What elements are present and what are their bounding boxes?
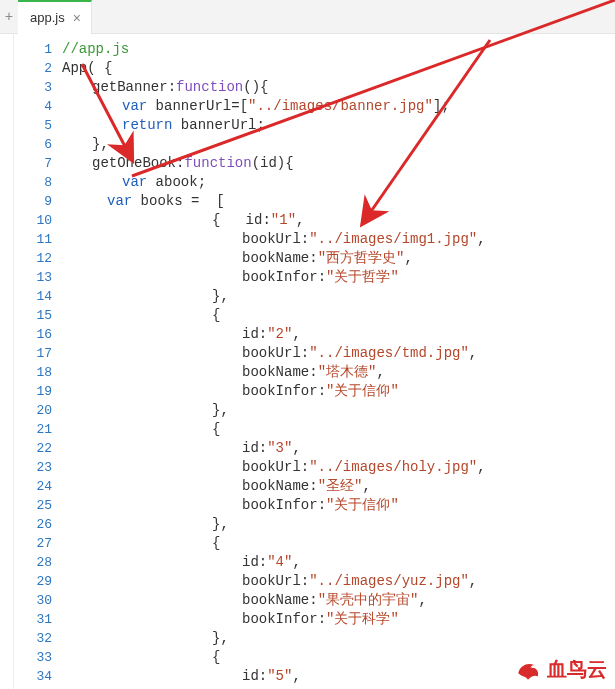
code-token: "1" [271, 212, 296, 228]
code-token: bookInfor [242, 383, 318, 399]
code-token: (){ [243, 79, 268, 95]
code-line[interactable]: bookUrl:"../images/yuz.jpg", [62, 572, 615, 591]
code-line[interactable]: bookInfor:"关于信仰" [62, 496, 615, 515]
code-line[interactable]: bookName:"果壳中的宇宙", [62, 591, 615, 610]
code-token: : [318, 497, 326, 513]
line-number: 11 [14, 230, 52, 249]
code-line[interactable]: var books = [ [62, 192, 615, 211]
code-line[interactable]: { [62, 306, 615, 325]
line-number: 34 [14, 667, 52, 686]
line-number: 12 [14, 249, 52, 268]
code-token: "关于信仰" [326, 497, 399, 513]
close-icon[interactable]: × [73, 10, 81, 26]
code-token: "../images/tmd.jpg" [309, 345, 469, 361]
code-line[interactable]: App( { [62, 59, 615, 78]
line-number: 26 [14, 515, 52, 534]
tab-app-js[interactable]: app.js × [18, 0, 92, 34]
code-line[interactable]: //app.js [62, 40, 615, 59]
code-line[interactable]: bookName:"塔木德", [62, 363, 615, 382]
folding-gutter [0, 34, 14, 689]
code-token: : [301, 231, 309, 247]
code-content[interactable]: //app.jsApp( {getBanner:function(){var b… [62, 34, 615, 689]
code-line[interactable]: }, [62, 515, 615, 534]
line-number: 1 [14, 40, 52, 59]
code-line[interactable]: id:"2", [62, 325, 615, 344]
line-number: 24 [14, 477, 52, 496]
code-token: { [212, 421, 220, 437]
code-token: "../images/img1.jpg" [309, 231, 477, 247]
code-token: { [212, 535, 220, 551]
code-line[interactable]: { [62, 420, 615, 439]
code-token: }, [92, 136, 109, 152]
line-number: 14 [14, 287, 52, 306]
code-token: "../images/holy.jpg" [309, 459, 477, 475]
code-line[interactable]: }, [62, 401, 615, 420]
code-line[interactable]: id:"4", [62, 553, 615, 572]
code-token: var [122, 98, 147, 114]
code-line[interactable]: { [62, 534, 615, 553]
code-token: : [259, 554, 267, 570]
code-token: : [318, 269, 326, 285]
code-line[interactable]: bookName:"圣经", [62, 477, 615, 496]
code-line[interactable]: id:"3", [62, 439, 615, 458]
line-number: 4 [14, 97, 52, 116]
code-line[interactable]: getBanner:function(){ [62, 78, 615, 97]
code-line[interactable]: bookUrl:"../images/tmd.jpg", [62, 344, 615, 363]
code-line[interactable]: }, [62, 629, 615, 648]
code-token: : [301, 573, 309, 589]
code-token: bookUrl [242, 345, 301, 361]
code-token: , [292, 554, 300, 570]
line-number: 25 [14, 496, 52, 515]
code-token: "西方哲学史" [318, 250, 405, 266]
code-line[interactable]: bookInfor:"关于哲学" [62, 268, 615, 287]
code-token: bookInfor [242, 497, 318, 513]
code-line[interactable]: bookUrl:"../images/holy.jpg", [62, 458, 615, 477]
code-line[interactable]: { id:"1", [62, 211, 615, 230]
code-token: { [212, 307, 220, 323]
code-token: , [469, 573, 477, 589]
code-token: getBanner [92, 79, 168, 95]
code-line[interactable]: bookUrl:"../images/img1.jpg", [62, 230, 615, 249]
code-line[interactable]: var bannerUrl=["../images/banner.jpg"]; [62, 97, 615, 116]
code-line[interactable]: getOneBook:function(id){ [62, 154, 615, 173]
line-number: 7 [14, 154, 52, 173]
line-number: 21 [14, 420, 52, 439]
line-number: 8 [14, 173, 52, 192]
code-token: bookInfor [242, 269, 318, 285]
line-number: 33 [14, 648, 52, 667]
code-editor[interactable]: 1234567891011121314151617181920212223242… [0, 34, 615, 689]
code-token: "../images/yuz.jpg" [309, 573, 469, 589]
code-token: bannerUrl; [172, 117, 264, 133]
code-token: "塔木德" [318, 364, 377, 380]
code-token: : [259, 326, 267, 342]
code-token: var [122, 174, 147, 190]
line-number: 18 [14, 363, 52, 382]
code-token: }, [212, 516, 229, 532]
line-number: 23 [14, 458, 52, 477]
code-token: function [184, 155, 251, 171]
line-number: 22 [14, 439, 52, 458]
code-token: var [107, 193, 132, 209]
code-token: bookName [242, 364, 309, 380]
line-number: 31 [14, 610, 52, 629]
code-token: , [418, 592, 426, 608]
watermark-text: 血鸟云 [547, 656, 607, 683]
code-token: "3" [267, 440, 292, 456]
new-tab-button[interactable]: + [0, 0, 18, 34]
code-token: , [362, 478, 370, 494]
line-number: 6 [14, 135, 52, 154]
code-line[interactable]: return bannerUrl; [62, 116, 615, 135]
code-line[interactable]: }, [62, 135, 615, 154]
code-token: "5" [267, 668, 292, 684]
code-line[interactable]: var abook; [62, 173, 615, 192]
code-token: : [259, 440, 267, 456]
code-token: }, [212, 630, 229, 646]
code-line[interactable]: bookInfor:"关于信仰" [62, 382, 615, 401]
code-token: id [242, 326, 259, 342]
code-line[interactable]: bookName:"西方哲学史", [62, 249, 615, 268]
code-line[interactable]: }, [62, 287, 615, 306]
code-token: bookInfor [242, 611, 318, 627]
code-token: getOneBook [92, 155, 176, 171]
code-line[interactable]: bookInfor:"关于科学" [62, 610, 615, 629]
code-token: , [296, 212, 304, 228]
